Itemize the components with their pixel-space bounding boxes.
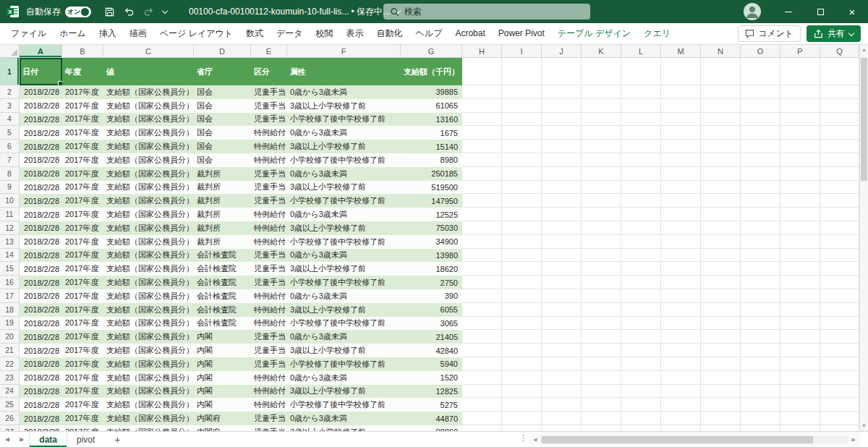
cell-K7[interactable] — [582, 153, 621, 167]
cell-Q15[interactable] — [820, 262, 859, 276]
cell-D12[interactable]: 裁判所 — [194, 221, 251, 235]
cell-I16[interactable] — [502, 276, 542, 289]
cell-H17[interactable] — [462, 289, 502, 303]
cell-L27[interactable] — [621, 425, 661, 431]
cell-C23[interactable]: 支給額（国家公務員分） — [103, 371, 194, 385]
cell-G10[interactable]: 147950 — [401, 194, 462, 208]
cell-O10[interactable] — [741, 194, 780, 208]
column-header-M[interactable]: M — [661, 45, 701, 58]
cell-L15[interactable] — [621, 262, 661, 276]
cell-P27[interactable] — [780, 425, 820, 431]
row-header-8[interactable]: 8 — [0, 167, 20, 181]
cell-F26[interactable]: 0歳から3歳未満 — [287, 412, 401, 425]
ribbon-tab-9[interactable]: 自動化 — [370, 23, 409, 44]
cell-M27[interactable] — [661, 425, 701, 431]
cell-L22[interactable] — [621, 357, 661, 371]
cell-I13[interactable] — [502, 235, 542, 249]
cell-A21[interactable]: 2018/2/28 — [20, 344, 62, 357]
cell-H4[interactable] — [462, 113, 502, 127]
cell-F21[interactable]: 3歳以上小学校修了前 — [287, 344, 401, 357]
cell-O16[interactable] — [741, 276, 780, 289]
minimize-button[interactable] — [773, 0, 804, 23]
horizontal-scroll-thumb[interactable] — [542, 436, 812, 443]
cell-D3[interactable]: 国会 — [194, 99, 251, 113]
cell-G5[interactable]: 1675 — [401, 126, 462, 140]
cell-M7[interactable] — [661, 153, 701, 167]
cell-H23[interactable] — [462, 371, 502, 385]
cell-B22[interactable]: 2017年度 — [62, 357, 103, 371]
cell-F12[interactable]: 3歳以上小学校修了前 — [287, 221, 401, 235]
cell-F8[interactable]: 0歳から3歳未満 — [287, 167, 401, 181]
cell-O20[interactable] — [741, 330, 780, 344]
row-header-2[interactable]: 2 — [0, 85, 20, 99]
column-header-Q[interactable]: Q — [820, 45, 859, 58]
cell-C18[interactable]: 支給額（国家公務員分） — [103, 303, 194, 317]
cell-J21[interactable] — [542, 344, 582, 357]
cell-F16[interactable]: 小学校修了後中学校修了前 — [287, 276, 401, 289]
cell-C5[interactable]: 支給額（国家公務員分） — [103, 126, 194, 140]
cell-K22[interactable] — [582, 357, 621, 371]
cell-N3[interactable] — [701, 99, 741, 113]
cell-O3[interactable] — [741, 99, 780, 113]
cell-N13[interactable] — [701, 235, 741, 249]
cell-H21[interactable] — [462, 344, 502, 357]
cell-N25[interactable] — [701, 398, 741, 412]
cell-F3[interactable]: 3歳以上小学校修了前 — [287, 99, 401, 113]
cell-P24[interactable] — [780, 385, 820, 399]
row-header-21[interactable]: 21 — [0, 344, 20, 357]
cell-I12[interactable] — [502, 221, 542, 235]
cell-B5[interactable]: 2017年度 — [62, 126, 103, 140]
ribbon-tab-1[interactable]: ホーム — [53, 23, 93, 44]
cell-I22[interactable] — [502, 357, 542, 371]
cell-J12[interactable] — [542, 221, 582, 235]
cell-I9[interactable] — [502, 181, 542, 195]
cell-D17[interactable]: 会計検査院 — [194, 289, 251, 303]
column-header-O[interactable]: O — [741, 45, 780, 58]
cell-F27[interactable]: 3歳以上小学校修了前 — [287, 425, 401, 431]
row-header-1[interactable]: 1 — [0, 58, 20, 85]
vertical-scroll-thumb[interactable] — [861, 58, 867, 181]
cell-G12[interactable]: 75030 — [401, 221, 462, 235]
cell-C4[interactable]: 支給額（国家公務員分） — [103, 113, 194, 127]
cell-N22[interactable] — [701, 357, 741, 371]
scroll-down-icon[interactable]: ▼ — [861, 421, 867, 431]
cell-H24[interactable] — [462, 385, 502, 399]
cell-O27[interactable] — [741, 425, 780, 431]
cell-F25[interactable]: 小学校修了後中学校修了前 — [287, 398, 401, 412]
cell-O23[interactable] — [741, 371, 780, 385]
cell-B21[interactable]: 2017年度 — [62, 344, 103, 357]
ribbon-tab-2[interactable]: 挿入 — [93, 23, 123, 44]
cell-Q2[interactable] — [820, 85, 859, 99]
cell-A2[interactable]: 2018/2/28 — [20, 85, 62, 99]
cell-Q17[interactable] — [820, 289, 859, 303]
cell-A3[interactable]: 2018/2/28 — [20, 99, 62, 113]
row-header-20[interactable]: 20 — [0, 330, 20, 344]
cell-L25[interactable] — [621, 398, 661, 412]
cell-J20[interactable] — [542, 330, 582, 344]
cell-O2[interactable] — [741, 85, 780, 99]
cell-A23[interactable]: 2018/2/28 — [20, 371, 62, 385]
column-header-E[interactable]: E — [251, 45, 287, 58]
cell-C24[interactable]: 支給額（国家公務員分） — [103, 385, 194, 399]
cell-C9[interactable]: 支給額（国家公務員分） — [103, 181, 194, 195]
cell-K20[interactable] — [582, 330, 621, 344]
scroll-up-icon[interactable]: ▲ — [861, 45, 867, 55]
row-header-12[interactable]: 12 — [0, 221, 20, 235]
cell-D13[interactable]: 裁判所 — [194, 235, 251, 249]
cell-L23[interactable] — [621, 371, 661, 385]
cell-K21[interactable] — [582, 344, 621, 357]
cell-N7[interactable] — [701, 153, 741, 167]
cell-P13[interactable] — [780, 235, 820, 249]
cell-L6[interactable] — [621, 140, 661, 153]
cell-I25[interactable] — [502, 398, 542, 412]
column-header-L[interactable]: L — [621, 45, 661, 58]
ribbon-tab-10[interactable]: ヘルプ — [409, 23, 449, 44]
cell-J18[interactable] — [542, 303, 582, 317]
cell-Q18[interactable] — [820, 303, 859, 317]
cell-C14[interactable]: 支給額（国家公務員分） — [103, 249, 194, 263]
cell-D9[interactable]: 裁判所 — [194, 181, 251, 195]
column-header-I[interactable]: I — [502, 45, 542, 58]
cell-I26[interactable] — [502, 412, 542, 425]
ribbon-tab-0[interactable]: ファイル — [4, 23, 53, 44]
cell-I5[interactable] — [502, 126, 542, 140]
